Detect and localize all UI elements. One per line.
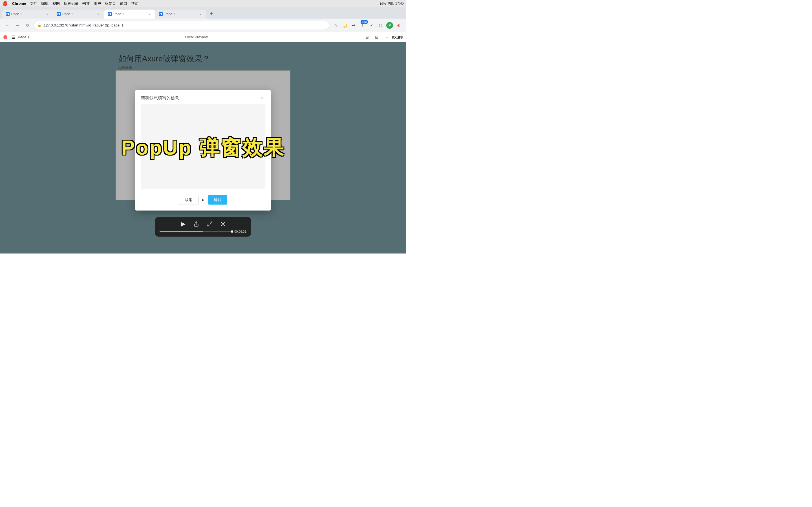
apple-logo-icon: 🍎 xyxy=(2,1,8,6)
modal-dialog: 请确认您填写的信息 × 取消 确认 xyxy=(135,90,271,211)
progress-dot xyxy=(231,230,233,233)
close-video-button[interactable] xyxy=(220,221,225,226)
tab-title-3: Page 1 xyxy=(113,12,146,16)
axure-toolbar-right: ⊞ ⊡ ⋯ axure xyxy=(363,33,403,41)
cancel-button[interactable]: 取消 xyxy=(179,195,199,205)
video-progress-bar[interactable]: 00:06:31 xyxy=(160,230,246,233)
play-button[interactable]: ▶ xyxy=(181,220,186,228)
reading-mode-icon[interactable]: 🌙 xyxy=(341,21,349,29)
url-text: 127.0.0.1:32767/start.html#id=rap8e4&p=p… xyxy=(44,23,326,27)
progress-fill xyxy=(160,231,203,232)
grid-view-icon[interactable]: ⊞ xyxy=(363,33,371,41)
new-tab-button[interactable]: + xyxy=(207,10,215,17)
tab-4[interactable]: Page 1 ✕ xyxy=(155,10,206,18)
menu-user[interactable]: 用户 xyxy=(94,1,101,6)
modal-footer: 取消 确认 xyxy=(135,189,271,211)
expand-button[interactable] xyxy=(207,221,213,227)
fit-page-icon[interactable]: ⊡ xyxy=(373,33,380,41)
video-player-bar: ▶ xyxy=(155,217,251,237)
mac-menubar: 🍎 Chrome 文件 编辑 视图 历史记录 书签 用户 标签页 窗口 帮助 1… xyxy=(0,0,406,7)
axure-toolbar: ☰ Page 1 Local Preview ⊞ ⊡ ⋯ axure xyxy=(0,32,406,42)
progress-bar[interactable] xyxy=(160,231,232,232)
menu-chrome[interactable]: Chrome xyxy=(12,1,26,6)
menu-edit[interactable]: 编辑 xyxy=(41,1,49,6)
hamburger-icon[interactable]: ☰ xyxy=(12,35,15,40)
tab-favicon-4 xyxy=(159,12,163,16)
menu-file[interactable]: 文件 xyxy=(30,1,37,6)
close-circle-icon[interactable]: ⊗ xyxy=(395,21,403,29)
translate-icon[interactable]: T New xyxy=(359,21,366,29)
tab-title-2: Page 1 xyxy=(62,12,94,16)
check-icon[interactable]: ✓ xyxy=(368,21,375,29)
svg-line-2 xyxy=(207,224,209,226)
tab-favicon-1 xyxy=(6,12,10,16)
modal-title: 请确认您填写的信息 xyxy=(141,95,179,101)
menu-help[interactable]: 帮助 xyxy=(131,1,139,6)
lock-icon: 🔒 xyxy=(38,23,42,27)
tab-1[interactable]: Page 1 ✕ xyxy=(2,10,53,18)
more-options-icon[interactable]: ⋯ xyxy=(382,33,390,41)
menu-view[interactable]: 视图 xyxy=(52,1,60,6)
share-button[interactable] xyxy=(193,221,199,227)
confirm-button[interactable]: 确认 xyxy=(208,195,227,205)
tab-2[interactable]: Page 1 ✕ xyxy=(53,10,104,18)
tab-bar: Page 1 ✕ Page 1 ✕ Page 1 ✕ Page 1 ✕ + xyxy=(0,7,406,18)
battery-indicator: 19% xyxy=(380,2,386,5)
tab-title-4: Page 1 xyxy=(164,12,197,16)
page-background: 如何用Axure做弹窗效果？ by陈春来 PopUp 弹窗效果 请确认您填写的信… xyxy=(0,42,406,253)
address-bar: ← → ↻ 🔒 127.0.0.1:32767/start.html#id=ra… xyxy=(0,18,406,32)
breadcrumb-page: Page 1 xyxy=(18,35,29,39)
axure-breadcrumb: Page 1 xyxy=(18,35,29,39)
profile-icon[interactable]: P xyxy=(386,21,394,29)
local-preview-label: Local Preview xyxy=(185,35,208,39)
chrome-window: Page 1 ✕ Page 1 ✕ Page 1 ✕ Page 1 ✕ + xyxy=(0,7,406,253)
menu-tabs[interactable]: 标签页 xyxy=(105,1,116,6)
undo-icon[interactable]: ↩ xyxy=(350,21,357,29)
toolbar-right: ☆ 🌙 ↩ T New ✓ ⬡ P ⊗ xyxy=(332,21,403,29)
new-badge: New xyxy=(361,20,368,24)
url-bar[interactable]: 🔒 127.0.0.1:32767/start.html#id=rap8e4&p… xyxy=(34,21,329,30)
tab-favicon-3 xyxy=(108,12,112,16)
axure-logo: axure xyxy=(392,35,403,40)
menubar-right: 19% 周四 17:45 xyxy=(380,1,404,6)
tab-close-4[interactable]: ✕ xyxy=(198,12,203,16)
modal-body xyxy=(141,105,265,189)
axure-toolbar-center: Local Preview xyxy=(32,35,361,39)
refresh-button[interactable]: ↻ xyxy=(24,21,32,29)
content-area: 如何用Axure做弹窗效果？ by陈春来 PopUp 弹窗效果 请确认您填写的信… xyxy=(0,42,406,253)
svg-line-1 xyxy=(210,222,212,224)
video-controls: ▶ xyxy=(160,220,246,228)
menu-items: Chrome 文件 编辑 视图 历史记录 书签 用户 标签页 窗口 帮助 xyxy=(12,1,139,6)
bookmark-star-icon[interactable]: ☆ xyxy=(332,21,340,29)
tab-title-1: Page 1 xyxy=(11,12,43,16)
extensions-icon[interactable]: ⬡ xyxy=(377,21,385,29)
tab-close-2[interactable]: ✕ xyxy=(96,12,101,16)
modal-close-button[interactable]: × xyxy=(258,95,265,101)
tab-favicon-2 xyxy=(57,12,61,16)
back-button[interactable]: ← xyxy=(3,21,11,29)
tab-close-1[interactable]: ✕ xyxy=(45,12,50,16)
datetime-display: 周四 17:45 xyxy=(388,1,404,6)
tab-3[interactable]: Page 1 ✕ xyxy=(104,10,155,18)
video-time: 00:06:31 xyxy=(234,230,246,233)
tab-close-3[interactable]: ✕ xyxy=(147,12,152,16)
menu-history[interactable]: 历史记录 xyxy=(64,1,79,6)
menu-bookmarks[interactable]: 书签 xyxy=(82,1,90,6)
forward-button[interactable]: → xyxy=(13,21,21,29)
menu-window[interactable]: 窗口 xyxy=(120,1,127,6)
axure-close-button[interactable] xyxy=(3,35,7,39)
modal-header: 请确认您填写的信息 × xyxy=(135,90,271,105)
